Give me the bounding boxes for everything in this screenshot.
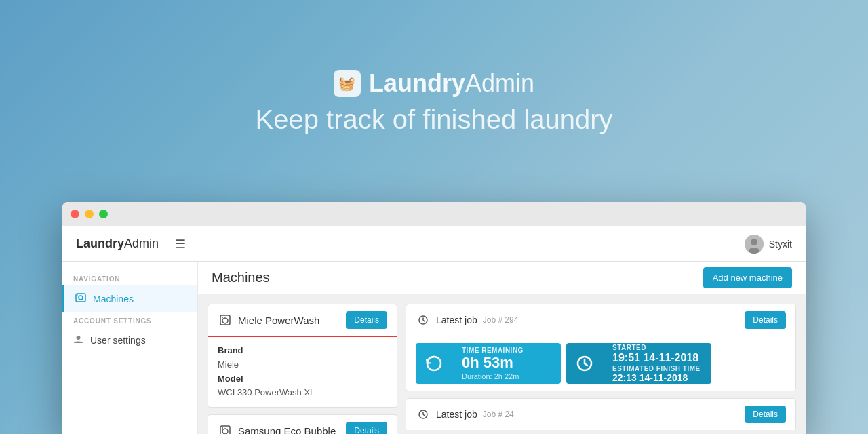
- content-grid: Miele PowerWash Details Brand Miele Mode…: [198, 294, 806, 434]
- topbar-right: Styxit: [745, 235, 792, 254]
- app-title-row: 🧺 LaundryAdmin: [334, 69, 534, 98]
- machine-1-name-row: Miele PowerWash: [218, 313, 319, 328]
- job-1-details-button[interactable]: Details: [745, 311, 786, 329]
- started-info: STARTED 19:51 14-11-2018 ESTIMATED FINIS…: [603, 343, 711, 384]
- model-label: Model: [218, 374, 243, 384]
- main-content: Machines Add new machine: [198, 262, 806, 434]
- sidebar-item-machines[interactable]: Machines: [62, 285, 197, 312]
- app-window: LaundryAdmin ☰ Styxit NAVIGATION: [62, 202, 806, 434]
- machines-list: Miele PowerWash Details Brand Miele Mode…: [208, 304, 397, 434]
- started-label: STARTED: [612, 344, 702, 351]
- svg-point-1: [751, 239, 757, 245]
- settings-section-label: ACCOUNT SETTINGS: [62, 312, 197, 328]
- app-icon: 🧺: [334, 70, 361, 97]
- traffic-light-red[interactable]: [71, 210, 79, 218]
- estimated-label: ESTIMATED FINISH TIME: [612, 365, 702, 372]
- page-header: Machines Add new machine: [198, 262, 806, 294]
- hamburger-button[interactable]: ☰: [170, 234, 191, 254]
- started-value: 19:51 14-11-2018: [612, 351, 702, 366]
- svg-point-4: [79, 296, 83, 300]
- svg-point-6: [77, 336, 81, 340]
- time-remaining-box: TIME REMAINING 0h 53m Duration: 2h 22m: [416, 343, 561, 384]
- machine-2-name: Samsung Eco Bubble: [238, 425, 336, 434]
- app-topbar: LaundryAdmin ☰ Styxit: [62, 226, 806, 262]
- traffic-light-yellow[interactable]: [85, 210, 94, 218]
- job-1-header: Latest job Job # 294 Details: [406, 304, 795, 336]
- app-title-text: LaundryAdmin: [369, 69, 534, 98]
- nav-section-label: NAVIGATION: [62, 270, 197, 285]
- page-title: Machines: [212, 270, 270, 285]
- machine-1-body: Brand Miele Model WCI 330 PowerWash XL: [208, 337, 397, 407]
- svg-point-5: [77, 294, 78, 296]
- user-settings-label: User settings: [90, 335, 146, 346]
- job-1-num: Job # 294: [483, 315, 519, 325]
- model-value: WCI 330 PowerWash XL: [218, 386, 387, 400]
- svg-point-8: [222, 318, 228, 323]
- job-2-title: Latest job: [436, 409, 477, 420]
- machine-1-name: Miele PowerWash: [238, 315, 319, 326]
- machine-2-details-button[interactable]: Details: [346, 422, 387, 434]
- job-2-icon: [416, 407, 431, 422]
- svg-point-11: [222, 429, 228, 434]
- user-name: Styxit: [769, 239, 792, 250]
- machine-card-1: Miele PowerWash Details Brand Miele Mode…: [208, 304, 397, 408]
- add-new-machine-button[interactable]: Add new machine: [703, 267, 792, 288]
- scroll-content[interactable]: Miele PowerWash Details Brand Miele Mode…: [198, 294, 806, 434]
- machines-icon: [75, 292, 86, 305]
- main-layout: NAVIGATION Machines ACCOUNT SETTINGS: [62, 262, 806, 434]
- job-1-stats: TIME REMAINING 0h 53m Duration: 2h 22m: [406, 336, 795, 391]
- machine-1-details-button[interactable]: Details: [346, 311, 387, 329]
- jobs-list: Latest job Job # 294 Details: [406, 304, 796, 434]
- started-box: STARTED 19:51 14-11-2018 ESTIMATED FINIS…: [566, 343, 711, 384]
- app-logo: LaundryAdmin: [76, 237, 159, 251]
- machine-card-2-header: Samsung Eco Bubble Details: [208, 415, 397, 434]
- sidebar: NAVIGATION Machines ACCOUNT SETTINGS: [62, 262, 198, 434]
- svg-rect-10: [220, 426, 230, 434]
- logo-light: Admin: [124, 237, 159, 250]
- job-2-title-row: Latest job Job # 24: [416, 407, 514, 422]
- job-card-2: Latest job Job # 24 Details: [406, 398, 796, 431]
- job-1-title: Latest job: [436, 315, 477, 326]
- started-icon-box: [566, 343, 603, 384]
- machine-card-1-header: Miele PowerWash Details: [208, 304, 397, 337]
- time-remaining-label: TIME REMAINING: [462, 347, 551, 354]
- svg-point-12: [222, 427, 223, 429]
- machine-card-2: Samsung Eco Bubble Details: [208, 414, 397, 434]
- svg-point-9: [222, 317, 223, 318]
- brand-label: Brand: [218, 345, 243, 355]
- job-1-icon: [416, 313, 431, 328]
- machines-label: Machines: [93, 294, 134, 304]
- window-titlebar: [62, 202, 806, 226]
- machine-1-icon: [218, 313, 233, 328]
- machine-2-icon: [218, 423, 233, 434]
- job-card-1: Latest job Job # 294 Details: [406, 304, 796, 391]
- logo-bold: Laundry: [76, 237, 124, 250]
- user-settings-icon: [73, 334, 83, 347]
- brand-value: Miele: [218, 358, 387, 372]
- job-2-details-button[interactable]: Details: [745, 406, 786, 423]
- sidebar-item-user-settings[interactable]: User settings: [62, 328, 197, 353]
- user-avatar: [745, 235, 764, 254]
- job-1-title-row: Latest job Job # 294: [416, 313, 518, 328]
- job-2-header: Latest job Job # 24 Details: [406, 399, 795, 431]
- time-remaining-value: 0h 53m: [462, 354, 551, 372]
- hero-subtitle: Keep track of finished laundry: [256, 104, 613, 135]
- hero-section: 🧺 LaundryAdmin Keep track of finished la…: [0, 0, 868, 203]
- job-2-num: Job # 24: [483, 410, 514, 419]
- traffic-light-green[interactable]: [99, 210, 108, 218]
- time-remaining-info: TIME REMAINING 0h 53m Duration: 2h 22m: [452, 343, 561, 384]
- duration-value: Duration: 2h 22m: [462, 372, 551, 380]
- time-remaining-icon-box: [416, 343, 452, 384]
- estimated-value: 22:13 14-11-2018: [612, 372, 702, 383]
- machine-2-name-row: Samsung Eco Bubble: [218, 423, 336, 434]
